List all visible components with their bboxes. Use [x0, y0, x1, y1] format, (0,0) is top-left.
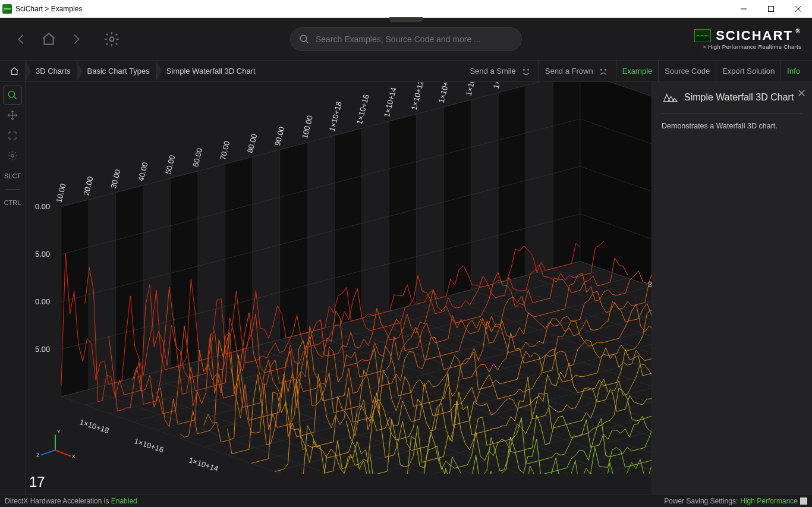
svg-text:90.00: 90.00 [273, 125, 286, 146]
svg-line-125 [55, 450, 71, 456]
svg-text:5.00: 5.00 [35, 250, 50, 259]
chart-viewport[interactable]: 10.0020.0030.0040.0050.0060.0070.0080.00… [25, 82, 652, 494]
panel-chart-icon [662, 90, 678, 105]
search-icon [299, 34, 310, 45]
svg-text:Z: Z [36, 452, 40, 458]
breadcrumb-3d-charts[interactable]: 3D Charts [25, 61, 77, 82]
svg-line-67 [465, 402, 652, 474]
svg-point-9 [600, 69, 602, 70]
svg-line-60 [299, 345, 652, 474]
svg-line-62 [346, 361, 651, 474]
tab-info[interactable]: Info [780, 61, 806, 82]
maximize-button[interactable] [757, 0, 785, 18]
svg-point-5 [300, 35, 307, 42]
send-smile-button[interactable]: Send a Smile [464, 61, 538, 82]
tool-pan[interactable] [3, 106, 22, 125]
home-button[interactable] [40, 31, 57, 48]
tool-separator [5, 189, 20, 190]
info-panel-title: Simple Waterfall 3D Chart [684, 92, 794, 103]
svg-point-4 [110, 37, 114, 41]
tab-example[interactable]: Example [616, 61, 659, 82]
frame-number: 17 [29, 474, 45, 490]
tab-source-code[interactable]: Source Code [658, 61, 716, 82]
svg-point-10 [605, 69, 606, 70]
window-title: SciChart > Examples [15, 5, 82, 13]
svg-text:1×10+4: 1×10+4 [519, 82, 534, 83]
logo-mark [694, 29, 711, 42]
logo-text: SCICHART ® [716, 28, 801, 43]
svg-text:60.00: 60.00 [191, 147, 204, 168]
svg-text:70.00: 70.00 [218, 140, 231, 160]
svg-point-7 [523, 69, 524, 70]
svg-text:50.00: 50.00 [163, 154, 177, 175]
close-button[interactable] [785, 0, 812, 18]
tool-ctrl[interactable]: CTRL [3, 193, 22, 212]
svg-text:40.00: 40.00 [136, 161, 149, 182]
status-hw-accel: DirectX Hardware Acceleration is Enabled [5, 497, 137, 505]
svg-line-46 [498, 283, 652, 449]
app-icon [2, 4, 12, 14]
svg-text:10.00: 10.00 [54, 182, 67, 203]
tool-fullscreen[interactable] [3, 126, 22, 145]
svg-line-42 [389, 311, 652, 474]
window-titlebar: SciChart > Examples [0, 0, 812, 18]
info-panel-body: Demonstrates a Waterfall 3D chart. [662, 122, 802, 130]
svg-line-32 [116, 383, 591, 474]
status-bar: DirectX Hardware Acceleration is Enabled… [0, 494, 812, 507]
left-toolbar: SLCT CTRL [0, 82, 25, 494]
svg-text:80.00: 80.00 [246, 133, 259, 153]
svg-text:1×10+18: 1×10+18 [328, 100, 344, 132]
svg-point-8 [527, 69, 528, 70]
info-panel: ✕ Simple Waterfall 3D Chart Demonstrates… [652, 82, 812, 494]
svg-line-39 [307, 333, 652, 474]
logo: SCICHART ® > High Performance Realtime C… [694, 28, 801, 50]
tool-zoom[interactable] [3, 86, 22, 105]
grip-handle[interactable] [389, 17, 423, 22]
svg-text:1×10+6: 1×10+6 [492, 82, 506, 90]
svg-text:1×10+18: 1×10+18 [78, 417, 110, 435]
svg-text:Y: Y [57, 429, 61, 434]
breadcrumb-home[interactable] [6, 61, 25, 82]
svg-line-41 [361, 319, 652, 474]
waterfall-3d-chart: 10.0020.0030.0040.0050.0060.0070.0080.00… [26, 82, 652, 474]
svg-marker-26 [580, 82, 652, 303]
svg-text:1×10+8: 1×10+8 [464, 82, 479, 97]
svg-marker-25 [553, 82, 580, 269]
tool-settings[interactable] [3, 146, 22, 165]
svg-point-11 [8, 91, 15, 97]
settings-button[interactable] [103, 31, 120, 48]
breadcrumb-bar: 3D Charts Basic Chart Types Simple Water… [0, 61, 812, 82]
svg-line-34 [171, 369, 646, 474]
search-box[interactable] [290, 27, 522, 51]
svg-text:20.00: 20.00 [81, 175, 95, 196]
breadcrumb: 3D Charts Basic Chart Types Simple Water… [6, 61, 262, 82]
send-frown-button[interactable]: Send a Frown [539, 61, 616, 82]
svg-text:1×10+10: 1×10+10 [437, 82, 453, 104]
breadcrumb-basic-chart-types[interactable]: Basic Chart Types [77, 61, 156, 82]
svg-text:30.00: 30.00 [109, 168, 122, 189]
status-power-saving[interactable]: Power Saving Settings: High Performance [664, 497, 807, 505]
svg-line-57 [228, 320, 652, 455]
svg-text:0.00: 0.00 [35, 202, 50, 211]
info-panel-close[interactable]: ✕ [797, 87, 806, 100]
back-button[interactable] [13, 31, 30, 48]
breadcrumb-simple-waterfall[interactable]: Simple Waterfall 3D Chart [156, 61, 262, 82]
tool-slct[interactable]: SLCT [3, 166, 22, 185]
svg-text:0.00: 0.00 [35, 297, 50, 306]
forward-button[interactable] [68, 31, 84, 48]
svg-text:X: X [72, 454, 75, 459]
svg-rect-1 [769, 6, 774, 11]
svg-text:1×10+12: 1×10+12 [410, 82, 426, 111]
svg-line-37 [253, 347, 652, 474]
svg-text:5.00: 5.00 [35, 345, 50, 354]
minimize-button[interactable] [730, 0, 757, 18]
svg-text:1×10+16: 1×10+16 [355, 93, 371, 125]
svg-line-12 [14, 96, 17, 99]
logo-subtitle: > High Performance Realtime Charts [703, 43, 801, 50]
svg-point-15 [11, 155, 14, 158]
tab-export-solution[interactable]: Export Solution [716, 61, 780, 82]
svg-text:1×10+16: 1×10+16 [133, 436, 165, 454]
search-input[interactable] [316, 34, 513, 44]
header-toolbar: SCICHART ® > High Performance Realtime C… [0, 18, 812, 61]
svg-line-6 [306, 40, 309, 43]
